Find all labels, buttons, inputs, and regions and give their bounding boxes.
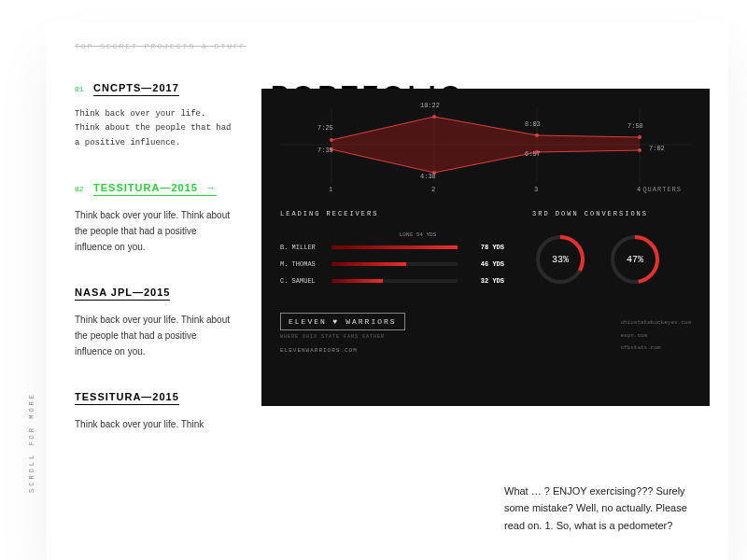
receiver-name: C. SAMUEL [280,277,331,285]
long-yds-label: LONG 54 YDS [331,231,504,238]
arrow-right-icon: → [202,182,217,193]
site-url[interactable]: ELEVENWARRIORS.COM [280,347,405,354]
section-title: LEADING RECEIVERS [280,210,504,217]
svg-marker-5 [331,117,640,145]
scroll-for-more: SCROLL FOR MORE [28,392,35,493]
analytics-panel: 7:25 7:35 10:22 4:38 8:03 6:57 7:58 7:02… [261,89,710,406]
receiver-row: B. MILLER 78 YDS [280,244,504,251]
chart-point-label: 7:25 [317,124,333,132]
svg-point-7 [330,138,333,142]
x-tick: 1 [329,186,332,193]
receiver-row: C. SAMUEL 32 YDS [280,277,504,285]
receiver-name: M. THOMAS [280,260,331,268]
chart-point-label: 6:57 [525,150,541,158]
receiver-row: M. THOMAS 46 YDS [280,260,504,268]
project-item[interactable]: 02 TESSITURA—2015 → Think back over your… [75,178,233,255]
eleven-warriors-logo[interactable]: ELEVEN ♥ WARRIORS [280,313,405,330]
svg-marker-6 [331,145,640,173]
gauge-value: 33% [552,255,569,265]
line-chart: 7:25 7:35 10:22 4:38 8:03 6:57 7:58 7:02… [280,98,691,191]
top-secret-label: TOP SECRET PROJECTS & STUFF [75,42,700,50]
bar-chart-bar [331,279,458,283]
project-number: 01 [75,85,84,93]
project-desc: Think back over your life. Think [75,416,233,432]
section-title: 3RD DOWN CONVERSIONS [532,210,691,217]
source-link[interactable]: espn.com [620,329,691,342]
chart-point-label: 7:02 [649,145,665,152]
leading-receivers: LEADING RECEIVERS LONG 54 YDS B. MILLER … [280,210,504,294]
third-down-conversions: 3RD DOWN CONVERSIONS 33% 47% [532,210,691,294]
project-title[interactable]: NASA JPL—2015 [75,287,170,301]
gauge-value: 47% [627,255,643,265]
project-item[interactable]: TESSITURA—2015 Think back over your life… [75,387,233,432]
receiver-yds: 78 YDS [467,244,504,251]
gauge: 33% [532,231,588,287]
x-tick: 2 [431,186,435,193]
source-link[interactable]: cfbstats.com [620,342,691,354]
project-title[interactable]: TESSITURA—2015 [75,391,179,405]
receiver-name: B. MILLER [280,244,331,251]
project-title[interactable]: TESSITURA—2015 → [93,182,217,196]
sources-list: ohiostatebuckeyes.com espn.com cfbstats.… [620,316,691,354]
svg-point-14 [638,148,641,152]
chart-point-label: 7:35 [317,147,333,154]
x-axis-label: QUARTERS [642,186,682,193]
body-text: What … ? ENJOY exercising??? Surely some… [504,483,700,535]
panel-footer-brand: ELEVEN ♥ WARRIORS WHERE OHIO STATE FANS … [280,313,405,354]
chart-point-label: 10:22 [420,102,440,109]
project-list: 01 CNCPTS—2017 Think back over your life… [75,78,233,535]
chart-point-label: 8:03 [525,120,541,128]
project-number: 02 [75,185,84,193]
receiver-yds: 46 YDS [467,260,504,268]
bar-chart-bar [331,245,458,249]
gauge: 47% [607,231,663,287]
project-title[interactable]: CNCPTS—2017 [93,82,179,96]
svg-point-10 [638,135,641,139]
bar-chart-bar [331,262,458,266]
project-desc: Think back over your life. Think about t… [75,312,233,359]
svg-point-9 [535,133,539,137]
chart-point-label: 7:58 [627,122,643,130]
project-item[interactable]: NASA JPL—2015 Think back over your life.… [75,283,233,359]
svg-point-8 [432,115,436,119]
x-tick: 4 [637,186,641,193]
x-tick: 3 [534,186,538,193]
project-desc: Think back over your life. Think about t… [75,107,233,150]
source-link[interactable]: ohiostatebuckeyes.com [620,316,691,329]
logo-subtitle: WHERE OHIO STATE FANS GATHER [280,334,405,340]
receiver-yds: 32 YDS [467,277,504,285]
chart-point-label: 4:38 [420,173,436,180]
project-desc: Think back over your life. Think about t… [75,207,233,255]
project-item[interactable]: 01 CNCPTS—2017 Think back over your life… [75,78,233,150]
